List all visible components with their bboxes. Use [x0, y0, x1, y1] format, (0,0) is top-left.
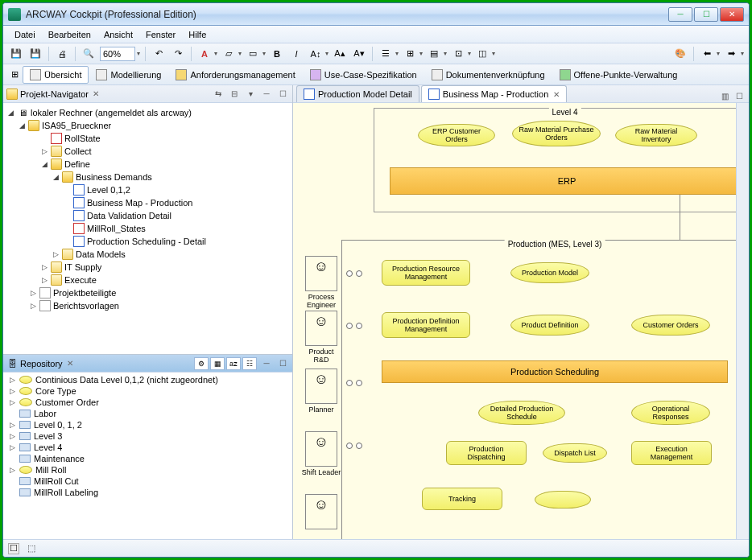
node-tracking[interactable]: Tracking [422, 488, 502, 510]
font-color-icon[interactable]: A [196, 46, 213, 62]
grid-icon[interactable]: ⊞ [402, 46, 418, 62]
node-prod-model[interactable]: Production Model [510, 262, 589, 283]
node-erp[interactable]: ERP [390, 167, 736, 195]
maximize-pane-icon[interactable]: ☐ [276, 357, 289, 370]
node-prod-def-mgmt[interactable]: Production Definition Management [382, 312, 470, 338]
fill-color-icon[interactable]: ▱ [221, 46, 237, 62]
editor-tab-businessmap[interactable]: Business Map - Production✕ [421, 85, 567, 102]
tree-item[interactable]: Production Scheduling - Detail [87, 237, 206, 246]
repo-item[interactable]: Continious Data Level 0,1,2 (nicht zugeo… [35, 375, 218, 385]
view-menu-icon[interactable]: ▾ [244, 88, 257, 101]
node-prod-sched[interactable]: Production Scheduling [382, 360, 728, 383]
close-button[interactable]: ✕ [720, 7, 744, 22]
node-op-resp[interactable]: Operational Responses [631, 401, 710, 425]
perspective-dokumente[interactable]: Dokumentenverknüpfung [424, 66, 552, 84]
repo-item[interactable]: Customer Order [35, 397, 99, 407]
maximize-editor-icon[interactable]: ☐ [733, 89, 746, 102]
perspective-usecase[interactable]: Use-Case-Spezifikation [303, 66, 424, 84]
layer-icon[interactable]: ▤ [426, 46, 442, 62]
repo-item[interactable]: Maintenance [34, 454, 85, 463]
font-size-icon[interactable]: A↕ [308, 46, 324, 62]
node-raw-mat-po[interactable]: Raw Material Purchase Orders [512, 121, 601, 146]
nav-fwd-icon[interactable]: ➡ [723, 46, 739, 62]
font-size-down-icon[interactable]: A▾ [351, 46, 367, 62]
perspective-uebersicht[interactable]: Übersicht [23, 66, 89, 84]
node-raw-mat-inv[interactable]: Raw Material Inventory [615, 124, 697, 146]
repo-item[interactable]: MillRoll Cut [34, 476, 79, 486]
save-icon[interactable]: 💾 [8, 46, 24, 62]
menu-ansicht[interactable]: Ansicht [97, 27, 139, 42]
italic-icon[interactable]: I [288, 46, 304, 62]
actor-product-rd[interactable]: ☺Product R&D [301, 311, 341, 364]
tree-item[interactable]: MillRoll_States [87, 224, 146, 233]
minimize-button[interactable]: ─ [668, 7, 692, 22]
tree-item[interactable]: Define [64, 159, 90, 169]
status-icon-2[interactable]: ⬚ [26, 543, 37, 554]
perspective-offenepunkte[interactable]: Offene-Punkte-Verwaltung [552, 66, 685, 84]
editor-tab-detail[interactable]: Production Model Detail [296, 85, 419, 102]
zoom-field[interactable] [100, 47, 135, 61]
print-icon[interactable]: 🖨 [54, 46, 70, 62]
node-det-prod-sched[interactable]: Detailed Production Schedule [478, 401, 565, 425]
perspective-anforderung[interactable]: Anforderungsmanagement [168, 66, 302, 84]
group-icon[interactable]: ☷ [242, 357, 257, 370]
actor-operator[interactable]: ☺ [301, 494, 341, 531]
tree-item[interactable]: Level 0,1,2 [87, 185, 130, 195]
sort-az-icon[interactable]: aᴢ [226, 357, 241, 370]
menu-datei[interactable]: Datei [8, 27, 42, 42]
node-prod-def[interactable]: Product Definition [510, 315, 589, 336]
tree-item[interactable]: Berichtsvorlagen [53, 301, 119, 311]
snap-icon[interactable]: ◫ [474, 46, 490, 62]
node-prod-disp[interactable]: Production Dispatching [446, 441, 527, 465]
repo-item[interactable]: Core Type [35, 386, 76, 396]
repo-item[interactable]: MillRoll Labeling [34, 488, 98, 497]
view-icon[interactable]: ▦ [210, 357, 225, 370]
repository-list[interactable]: ▷Continious Data Level 0,1,2 (nicht zuge… [3, 373, 292, 539]
filter-icon[interactable]: ⚙ [194, 357, 209, 370]
collapse-all-icon[interactable]: ⊟ [228, 88, 241, 101]
repository-tab-close-icon[interactable]: ✕ [67, 359, 73, 368]
tree-item[interactable]: Business Demands [76, 172, 152, 182]
actor-process-engineer[interactable]: ☺Process Engineer [301, 256, 341, 309]
tree-item[interactable]: RollState [64, 134, 101, 143]
actor-planner[interactable]: ☺Planner [301, 369, 341, 414]
tree-root[interactable]: lokaler Rechner (angemeldet als arcway) [31, 108, 192, 117]
maximize-pane-icon[interactable]: ☐ [276, 88, 289, 101]
color-palette-icon[interactable]: 🎨 [672, 46, 688, 62]
perspective-modellierung[interactable]: Modellierung [89, 66, 168, 84]
repo-item[interactable]: Level 4 [34, 443, 62, 452]
menu-fenster[interactable]: Fenster [139, 27, 182, 42]
vertical-scrollbar[interactable] [736, 103, 749, 539]
repo-item[interactable]: Mill Roll [35, 465, 67, 475]
tree-item[interactable]: Business Map - Production [87, 198, 192, 208]
navigator-tab-close-icon[interactable]: ✕ [93, 89, 99, 98]
node-prod-res-mgmt[interactable]: Production Resource Management [382, 260, 470, 286]
node-erp-customer-orders[interactable]: ERP Customer Orders [418, 124, 495, 146]
node-disp-list[interactable]: Dispatch List [543, 443, 607, 463]
project-navigator-tree[interactable]: ◢🖥lokaler Rechner (angemeldet als arcway… [3, 103, 292, 354]
zoom-dropdown-icon[interactable]: ▾ [137, 50, 140, 57]
zoom-tool-icon[interactable]: 🔍 [81, 46, 97, 62]
tree-project[interactable]: ISA95_Brueckner [42, 121, 111, 130]
status-icon-1[interactable]: ☐ [8, 543, 19, 554]
node-unnamed[interactable] [535, 491, 591, 509]
palette-icon[interactable]: ▥ [718, 89, 731, 102]
tab-close-icon[interactable]: ✕ [553, 90, 560, 99]
node-customer-orders[interactable]: Customer Orders [631, 315, 710, 336]
redo-icon[interactable]: ↷ [170, 46, 186, 62]
save-all-icon[interactable]: 💾 [27, 46, 43, 62]
tree-item[interactable]: Collect [64, 146, 92, 156]
tree-item[interactable]: Data Validation Detail [87, 211, 171, 220]
bold-icon[interactable]: B [269, 46, 285, 62]
grid-settings-icon[interactable]: ⊡ [450, 46, 466, 62]
actor-shift-leader[interactable]: ☺Shift Leader [301, 431, 341, 476]
link-editor-icon[interactable]: ⇆ [212, 88, 225, 101]
perspective-switcher-icon[interactable]: ⊞ [6, 67, 23, 83]
minimize-pane-icon[interactable]: ─ [260, 88, 273, 101]
menu-hilfe[interactable]: Hilfe [182, 27, 213, 42]
node-exec-mgmt[interactable]: Execution Management [631, 441, 712, 465]
tree-item[interactable]: Data Models [76, 249, 126, 259]
diagram-canvas[interactable]: Level 4 ERP Customer Orders Raw Material… [293, 103, 736, 539]
repo-item[interactable]: Level 3 [34, 431, 62, 441]
align-icon[interactable]: ☰ [378, 46, 394, 62]
